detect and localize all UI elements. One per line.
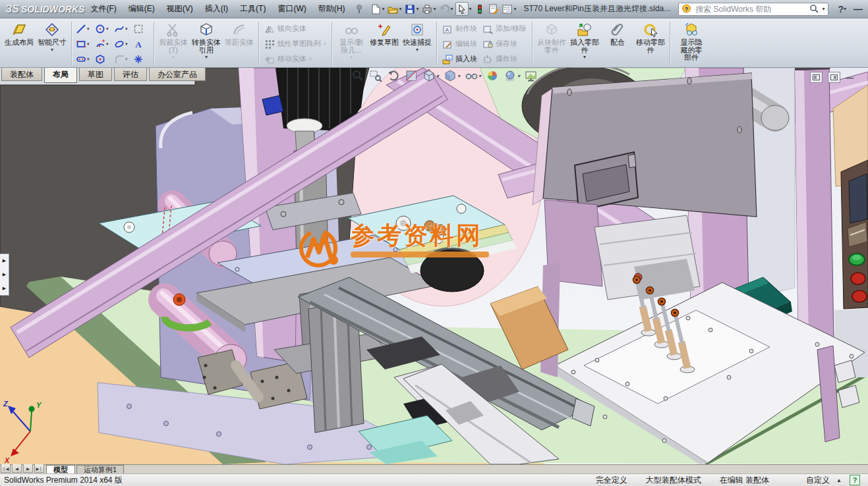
zoom-to-fit-icon[interactable] — [351, 69, 364, 82]
select-dropdown-arrow[interactable]: ▾ — [469, 6, 471, 12]
repair-sketch-button[interactable]: 修复草图 — [368, 20, 401, 47]
minimize-button[interactable]: — — [854, 4, 863, 14]
fillet-sketch-button[interactable]: ▾ — [113, 52, 132, 66]
tab-office-products[interactable]: 办公室产品 — [149, 68, 206, 81]
file-properties-button[interactable] — [488, 3, 500, 15]
insert-components-dropdown-arrow[interactable]: ▾ — [583, 55, 586, 60]
circle-sketch-button[interactable]: ▾ — [94, 22, 113, 36]
explode-block-button[interactable]: 爆炸块 — [480, 51, 529, 67]
menu-tools[interactable]: 工具(T) — [234, 1, 272, 16]
edit-appearance-icon[interactable] — [486, 69, 499, 82]
save-block-button[interactable]: 保存块 — [480, 36, 529, 51]
menu-file[interactable]: 文件(F) — [84, 1, 122, 16]
tab-scroll-last-button[interactable]: ▶❘ — [34, 464, 44, 473]
apply-scene-icon[interactable]: ▾ — [504, 69, 520, 82]
rectangle-sketch-button[interactable]: ▾ — [74, 37, 94, 51]
mate-button[interactable]: 配合 — [601, 20, 634, 47]
polygon-sketch-button[interactable] — [94, 52, 113, 66]
tab-assembly[interactable]: 装配体 — [1, 68, 42, 81]
menu-edit[interactable]: 编辑(E) — [123, 1, 161, 16]
open-dropdown-arrow[interactable]: ▾ — [399, 6, 401, 12]
menu-pin-icon[interactable] — [353, 3, 365, 15]
slot-sketch-button[interactable]: ▾ — [74, 52, 94, 66]
edit-block-button[interactable]: 编辑块 — [440, 36, 480, 51]
quick-snaps-button[interactable]: 快速捕捉 ▾ — [401, 20, 434, 53]
feature-manager-expander[interactable]: ▶ ▶ ▶ — [0, 254, 9, 296]
show-hidden-components-button[interactable]: 显示隐藏的零部件 — [673, 20, 710, 62]
smart-dimension-dropdown-arrow[interactable]: ▾ — [51, 47, 53, 53]
menu-window[interactable]: 窗口(W) — [272, 1, 312, 16]
restore-window-icon[interactable] — [828, 72, 840, 83]
tab-scroll-prev-button[interactable]: ◀ — [12, 464, 22, 473]
undo-dropdown-arrow[interactable]: ▾ — [450, 6, 453, 12]
move-entities-dropdown-arrow[interactable]: ▾ — [309, 57, 312, 62]
ellipse-sketch-button[interactable]: ▾ — [113, 37, 132, 51]
options-dropdown-arrow[interactable]: ▾ — [513, 6, 516, 12]
select-tool-button[interactable] — [455, 2, 469, 16]
spline-sketch-button[interactable]: ▾ — [113, 22, 132, 36]
options-button[interactable] — [502, 3, 513, 15]
tab-sketch[interactable]: 草图 — [79, 68, 112, 81]
search-dropdown-arrow[interactable]: ▾ — [822, 6, 825, 12]
view-orientation-icon[interactable]: ▾ — [422, 69, 439, 82]
zoom-to-area-icon[interactable] — [369, 69, 382, 82]
tab-motion-study-1[interactable]: 运动算例1 — [76, 465, 124, 473]
save-dropdown-arrow[interactable]: ▾ — [416, 6, 419, 12]
new-document-button[interactable] — [370, 3, 382, 15]
add-remove-block-button[interactable]: 添加/移除 — [480, 21, 529, 36]
open-button[interactable] — [387, 3, 399, 15]
move-entities-button[interactable]: 移动实体 ▾ — [262, 51, 329, 67]
tab-evaluate[interactable]: 评估 — [114, 68, 147, 81]
smart-dimension-button[interactable]: 智能尺寸 ▾ — [36, 20, 69, 53]
hide-show-items-icon[interactable]: ▾ — [465, 69, 481, 82]
tab-layout[interactable]: 布局 — [44, 68, 77, 83]
display-delete-relations-button[interactable]: 显示/删除几... ▾ — [335, 20, 368, 60]
print-button[interactable] — [421, 3, 433, 15]
sketch-text-button[interactable]: A — [132, 37, 151, 51]
tab-scroll-first-button[interactable]: ❘◀ — [1, 464, 11, 473]
insert-components-button[interactable]: 插入零部件 ▾ — [568, 20, 601, 60]
tab-scroll-next-button[interactable]: ▶ — [23, 464, 33, 473]
undo-button[interactable] — [438, 3, 450, 15]
offset-entities-button[interactable]: 等距实体 — [223, 20, 256, 47]
quick-snaps-dropdown-arrow[interactable]: ▾ — [416, 47, 419, 53]
insert-block-button[interactable]: A 插入块 — [440, 51, 480, 67]
help-button[interactable]: ? — [838, 4, 844, 14]
mirror-entities-button[interactable]: 镜向实体 — [262, 21, 329, 36]
convert-dropdown-arrow[interactable]: ▾ — [205, 55, 208, 60]
trim-entities-button[interactable]: 剪裁实体(T) ▾ — [157, 20, 190, 60]
save-button[interactable] — [404, 3, 416, 15]
search-magnifier-icon[interactable] — [809, 4, 819, 14]
display-relations-dropdown-arrow[interactable]: ▾ — [350, 55, 353, 60]
tab-model[interactable]: 模型 — [46, 465, 75, 473]
menu-help[interactable]: 帮助(H) — [312, 1, 351, 16]
rebuild-traffic-light-button[interactable] — [474, 3, 486, 15]
trim-dropdown-arrow[interactable]: ▾ — [172, 55, 175, 60]
status-help-badge[interactable]: ? — [850, 475, 860, 485]
status-customize[interactable]: 自定义 — [806, 475, 830, 486]
make-part-from-block-button[interactable]: 从块制作零件 — [535, 20, 568, 54]
menu-view[interactable]: 视图(V) — [161, 1, 199, 16]
selection-box-button[interactable] — [132, 22, 151, 36]
linear-pattern-dropdown-arrow[interactable]: ▾ — [324, 41, 326, 47]
move-component-button[interactable]: 移动零部件 — [634, 20, 667, 54]
arc-sketch-button[interactable]: ▾ — [94, 37, 113, 51]
display-style-icon[interactable]: ▾ — [444, 69, 460, 82]
line-sketch-button[interactable]: ▾ — [74, 22, 94, 36]
menu-insert[interactable]: 插入(I) — [199, 1, 234, 16]
previous-view-icon[interactable] — [387, 69, 400, 82]
view-settings-icon[interactable] — [525, 69, 538, 82]
help-search-box[interactable]: ? ▾ — [678, 3, 828, 16]
minimize-window-icon[interactable]: — — [846, 73, 854, 82]
new-dropdown-arrow[interactable]: ▾ — [382, 6, 384, 12]
make-block-button[interactable]: A 制作块 — [440, 21, 480, 36]
linear-sketch-pattern-button[interactable]: 线性草图阵列 ▾ — [262, 36, 329, 51]
print-dropdown-arrow[interactable]: ▾ — [433, 6, 436, 12]
point-sketch-button[interactable] — [132, 52, 151, 66]
convert-entities-button[interactable]: 转换实体引用 ▾ — [190, 20, 223, 60]
section-view-icon[interactable] — [405, 69, 418, 82]
restore-pane-icon[interactable] — [810, 72, 823, 83]
help-dropdown-arrow[interactable]: ▾ — [844, 6, 846, 12]
search-input[interactable] — [694, 4, 807, 14]
create-layout-button[interactable]: 生成布局 — [3, 20, 36, 47]
